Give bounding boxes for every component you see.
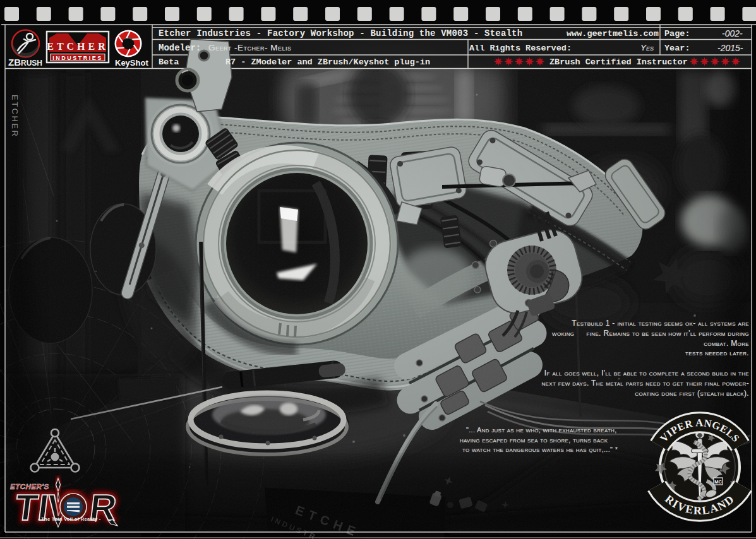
svg-text:MC: MC xyxy=(714,479,722,485)
